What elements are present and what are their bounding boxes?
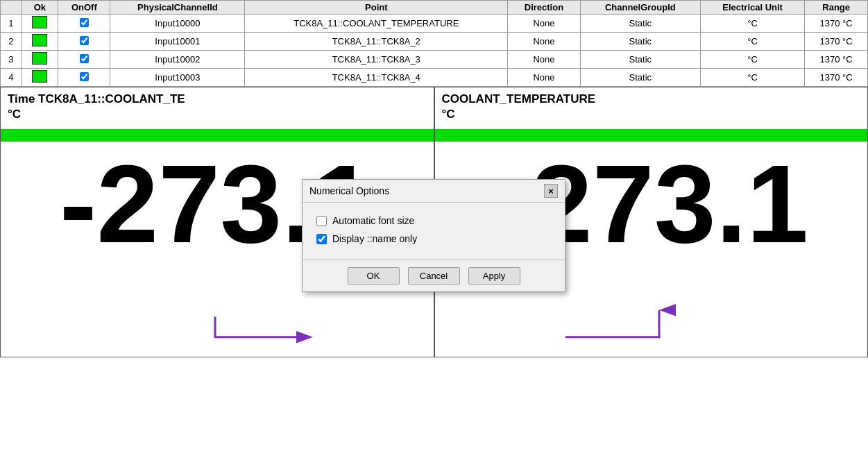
data-table: Ok OnOff PhysicalChannelId Point Directi…	[0, 0, 868, 87]
panel-right-title-line2: °C	[442, 107, 861, 122]
onoff-cell[interactable]	[58, 15, 110, 33]
row-number: 4	[1, 69, 22, 87]
channel-group-id-cell: Static	[580, 15, 700, 33]
direction-cell: None	[508, 51, 581, 69]
table-row[interactable]: 2Input10001TCK8A_11::TCK8A_2NoneStatic°C…	[1, 33, 868, 51]
onoff-checkbox[interactable]	[80, 36, 89, 45]
range-cell: 1370 °C	[805, 15, 868, 33]
dialog-title-bar: Numerical Options ×	[303, 180, 565, 203]
point-cell[interactable]: TCK8A_11::COOLANT_TEMPERATURE	[245, 15, 508, 33]
option-automatic-font-size: Automatic font size	[316, 215, 551, 226]
channel-group-id-cell: Static	[580, 69, 700, 87]
range-cell: 1370 °C	[805, 51, 868, 69]
point-cell[interactable]: TCK8A_11::TCK8A_4	[245, 69, 508, 87]
direction-cell: None	[508, 33, 581, 51]
col-header-onoff: OnOff	[58, 1, 110, 15]
panel-left-title-line1: Time TCK8A_11::COOLANT_TE	[8, 92, 427, 107]
onoff-checkbox[interactable]	[80, 72, 89, 81]
cancel-button[interactable]: Cancel	[408, 267, 460, 285]
ok-indicator	[32, 34, 47, 46]
col-header-channel-group-id: ChannelGroupId	[580, 1, 700, 15]
col-header-electrical-unit: Electrical Unit	[700, 1, 804, 15]
onoff-cell[interactable]	[58, 33, 110, 51]
dialog-footer: OK Cancel Apply	[303, 260, 565, 291]
table-row[interactable]: 1Input10000TCK8A_11::COOLANT_TEMPERATURE…	[1, 15, 868, 33]
direction-cell: None	[508, 69, 581, 87]
electrical-unit-cell: °C	[700, 33, 804, 51]
ok-indicator	[32, 70, 47, 83]
panel-left-header: Time TCK8A_11::COOLANT_TE °C	[1, 87, 434, 126]
dialog-close-button[interactable]: ×	[544, 184, 558, 198]
ok-button[interactable]: OK	[348, 267, 400, 285]
channel-group-id-cell: Static	[580, 33, 700, 51]
dialog-title: Numerical Options	[309, 185, 389, 196]
ok-cell	[22, 33, 58, 51]
electrical-unit-cell: °C	[700, 51, 804, 69]
physical-channel-id-cell: Input10002	[110, 51, 245, 69]
onoff-checkbox[interactable]	[80, 54, 89, 63]
range-cell: 1370 °C	[805, 69, 868, 87]
table-row[interactable]: 4Input10003TCK8A_11::TCK8A_4NoneStatic°C…	[1, 69, 868, 87]
electrical-unit-cell: °C	[700, 69, 804, 87]
panel-left-title-line2: °C	[8, 107, 427, 122]
table-row[interactable]: 3Input10002TCK8A_11::TCK8A_3NoneStatic°C…	[1, 51, 868, 69]
apply-button[interactable]: Apply	[468, 267, 520, 285]
onoff-cell[interactable]	[58, 69, 110, 87]
col-header-range: Range	[805, 1, 868, 15]
numerical-options-dialog: Numerical Options × Automatic font size …	[302, 179, 565, 292]
col-header-point: Point	[245, 1, 508, 15]
range-cell: 1370 °C	[805, 33, 868, 51]
row-number: 3	[1, 51, 22, 69]
ok-cell	[22, 15, 58, 33]
col-header-ok: Ok	[22, 1, 58, 15]
physical-channel-id-cell: Input10000	[110, 15, 245, 33]
automatic-font-size-checkbox[interactable]	[316, 216, 327, 226]
physical-channel-id-cell: Input10003	[110, 69, 245, 87]
ok-indicator	[32, 16, 47, 28]
physical-channel-id-cell: Input10001	[110, 33, 245, 51]
onoff-cell[interactable]	[58, 51, 110, 69]
electrical-unit-cell: °C	[700, 15, 804, 33]
dialog-body: Automatic font size Display ::name only	[303, 203, 565, 260]
col-header-index	[1, 1, 22, 15]
panel-right-green-bar	[435, 129, 868, 142]
point-cell[interactable]: TCK8A_11::TCK8A_3	[245, 51, 508, 69]
display-name-only-label: Display ::name only	[332, 233, 417, 244]
option-display-name-only: Display ::name only	[316, 233, 551, 244]
display-name-only-checkbox[interactable]	[316, 234, 327, 244]
onoff-checkbox[interactable]	[80, 18, 89, 27]
row-number: 2	[1, 33, 22, 51]
panel-right-header: COOLANT_TEMPERATURE °C	[435, 87, 868, 126]
panel-left-green-bar	[1, 129, 434, 142]
ok-cell	[22, 51, 58, 69]
col-header-direction: Direction	[508, 1, 581, 15]
row-number: 1	[1, 15, 22, 33]
direction-cell: None	[508, 15, 581, 33]
panel-right-title-line1: COOLANT_TEMPERATURE	[442, 92, 861, 107]
channel-group-id-cell: Static	[580, 51, 700, 69]
ok-cell	[22, 69, 58, 87]
col-header-physical-channel-id: PhysicalChannelId	[110, 1, 245, 15]
point-cell[interactable]: TCK8A_11::TCK8A_2	[245, 33, 508, 51]
automatic-font-size-label: Automatic font size	[332, 215, 414, 226]
ok-indicator	[32, 52, 47, 65]
